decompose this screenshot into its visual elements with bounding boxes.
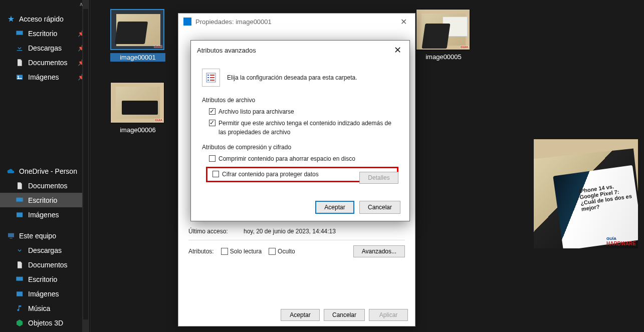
sidebar-label: Descargas — [28, 44, 62, 52]
dialog-titlebar[interactable]: Atributos avanzados ✕ — [191, 41, 409, 60]
desktop-icon — [15, 275, 24, 284]
readonly-checkbox[interactable]: Solo lectura — [221, 248, 262, 255]
sidebar-label: Escritorio — [28, 30, 57, 38]
dialog-titlebar[interactable]: Propiedades: image00001 ✕ — [178, 14, 415, 30]
file-caption: image00001 — [110, 53, 165, 62]
thumbnail-image: GUIA — [110, 9, 164, 50]
sidebar-label: Imágenes — [28, 73, 59, 81]
apply-button[interactable]: Aplicar — [369, 309, 408, 321]
attributes-label: Atributos: — [188, 248, 214, 255]
svg-rect-0 — [16, 31, 23, 35]
sidebar-item-pc-downloads[interactable]: Descargas — [0, 243, 89, 257]
ok-button[interactable]: Aceptar — [315, 201, 354, 214]
pc-icon — [6, 231, 16, 241]
sidebar-label: Escritorio — [28, 275, 57, 283]
svg-rect-6 — [17, 212, 23, 217]
thumbnail-image: GUIA — [110, 82, 164, 123]
watermark: GUÍAHARDWARE — [606, 236, 636, 246]
svg-rect-10 — [17, 291, 23, 296]
sidebar-label: Música — [28, 304, 50, 312]
cancel-button[interactable]: Cancelar — [324, 309, 365, 321]
sidebar-item-documents[interactable]: Documentos 📌 — [0, 55, 89, 70]
sidebar-item-pc-3d[interactable]: Objetos 3D — [0, 315, 89, 330]
sidebar-item-pc-images[interactable]: Imágenes — [0, 286, 89, 301]
checkbox-icon — [212, 171, 219, 177]
file-attributes-label: Atributos de archivo — [202, 97, 398, 104]
quick-access-group[interactable]: Acceso rápido — [0, 12, 89, 26]
music-icon — [15, 304, 24, 313]
file-thumb-6[interactable]: GUIA image00006 — [110, 82, 165, 134]
pane-divider[interactable] — [89, 0, 90, 332]
sidebar-item-od-images[interactable]: Imágenes — [0, 207, 89, 222]
close-icon[interactable]: ✕ — [392, 45, 403, 56]
images-icon — [15, 210, 24, 219]
download-icon — [15, 246, 24, 255]
sidebar-item-pc-desktop[interactable]: Escritorio — [0, 272, 89, 286]
sidebar-item-pc-documents[interactable]: Documentos — [0, 257, 89, 272]
sidebar-label: Documentos — [28, 261, 68, 269]
document-icon — [15, 58, 24, 67]
svg-rect-7 — [8, 233, 14, 237]
advanced-button[interactable]: Avanzados... — [353, 245, 405, 257]
sidebar-item-images[interactable]: Imágenes 📌 — [0, 70, 89, 84]
dialog-title: Propiedades: image00001 — [195, 18, 272, 26]
quick-access-label: Acceso rápido — [19, 15, 64, 23]
checkbox-icon — [209, 108, 216, 115]
file-caption: image00006 — [110, 126, 165, 134]
close-icon[interactable]: ✕ — [397, 17, 410, 27]
onedrive-label: OneDrive - Person — [19, 167, 77, 175]
svg-rect-8 — [10, 238, 12, 238]
svg-point-4 — [18, 76, 19, 77]
document-icon — [15, 181, 24, 190]
sidebar-scrollbar[interactable] — [82, 0, 89, 332]
checklist-icon — [202, 69, 220, 87]
last-access-label: Último acceso: — [188, 228, 244, 235]
this-pc-label: Este equipo — [19, 232, 56, 240]
svg-rect-5 — [16, 197, 23, 201]
file-thumb-5[interactable]: GUIA image00005 — [416, 9, 471, 61]
sidebar-label: Imágenes — [28, 211, 59, 219]
file-thumb-1[interactable]: GUIA image00001 — [110, 9, 165, 62]
desktop-icon — [15, 29, 24, 38]
sidebar-label: Documentos — [28, 59, 68, 67]
last-access-value: hoy, 20 de junio de 2023, 14:44:13 — [244, 228, 405, 235]
cancel-button[interactable]: Cancelar — [359, 201, 400, 214]
file-caption: image00005 — [416, 53, 471, 61]
compression-encryption-label: Atributos de compresión y cifrado — [202, 144, 398, 151]
document-icon — [15, 260, 24, 269]
images-icon — [15, 289, 24, 298]
allow-indexing-checkbox[interactable]: Permitir que este archivo tenga el conte… — [209, 119, 398, 137]
intro-text: Elija la configuración deseada para esta… — [227, 74, 357, 81]
sidebar-item-downloads[interactable]: Descargas 📌 — [0, 41, 89, 55]
sidebar-item-od-documents[interactable]: Documentos — [0, 178, 89, 193]
archive-ready-checkbox[interactable]: Archivo listo para archivarse — [209, 108, 398, 116]
images-icon — [15, 73, 24, 82]
details-button[interactable]: Detalles — [359, 172, 398, 184]
cloud-icon — [6, 166, 16, 176]
sidebar-item-desktop[interactable]: Escritorio 📌 — [0, 26, 89, 41]
checkbox-icon — [209, 120, 216, 126]
image-file-icon — [183, 18, 191, 26]
sidebar-item-od-desktop[interactable]: Escritorio — [0, 193, 89, 207]
svg-rect-2 — [17, 50, 23, 51]
sidebar-label: Escritorio — [28, 196, 57, 204]
download-icon — [15, 44, 24, 53]
hidden-checkbox[interactable]: Oculto — [269, 248, 295, 255]
sidebar-label: Documentos — [28, 182, 68, 190]
desktop-icon — [15, 196, 24, 205]
ok-button[interactable]: Aceptar — [281, 309, 320, 321]
dialog-title: Atributos avanzados — [197, 47, 256, 54]
sidebar-label: Imágenes — [28, 290, 59, 298]
scroll-up-icon[interactable]: ∧ — [79, 1, 83, 8]
compress-checkbox[interactable]: Comprimir contenido para ahorrar espacio… — [209, 155, 398, 163]
svg-rect-9 — [16, 276, 23, 280]
this-pc-group[interactable]: Este equipo — [0, 229, 89, 243]
sidebar-item-pc-music[interactable]: Música — [0, 301, 89, 315]
sidebar-label: Descargas — [28, 246, 62, 254]
cube-icon — [15, 318, 24, 327]
separator — [188, 240, 405, 240]
checkbox-icon — [209, 155, 216, 162]
preview-pane: iPhone 14 vs. Google Pixel 7: ¿Cuál de l… — [534, 139, 638, 248]
onedrive-group[interactable]: OneDrive - Person — [0, 164, 89, 178]
navigation-sidebar: ∧ Acceso rápido Escritorio 📌 Descargas 📌… — [0, 0, 89, 332]
